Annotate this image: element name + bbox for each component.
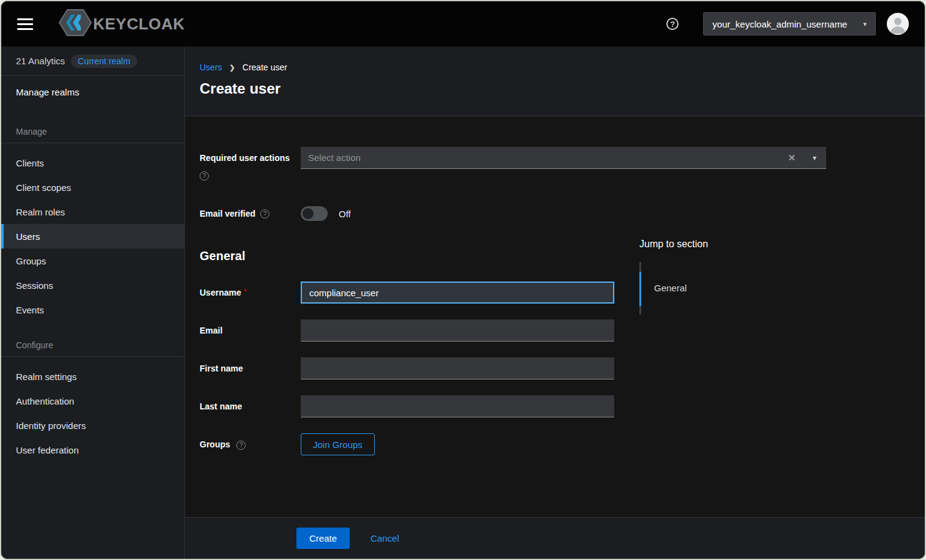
email-verified-label: Email verified [200, 209, 255, 218]
keycloak-admin-window: KEYCLOAK ? your_keycloak_admin_username … [0, 0, 926, 560]
last-name-label: Last name [200, 401, 242, 411]
chevron-down-icon: ▾ [863, 21, 867, 28]
email-label: Email [200, 326, 222, 335]
sidebar-item-groups[interactable]: Groups [1, 248, 184, 273]
breadcrumb: Users ❯ Create user [200, 62, 910, 72]
sidebar-group-configure: Configure [1, 340, 184, 357]
required-user-actions-row: Required user actions ? Select action ✕ … [200, 147, 910, 181]
page-header: Users ❯ Create user Create user [185, 47, 925, 116]
brand-text: KEYCLOAK [93, 15, 185, 34]
form-action-bar: Create Cancel [185, 517, 925, 559]
required-user-actions-select[interactable]: Select action ✕ ▾ [301, 147, 826, 169]
jump-track [639, 262, 641, 315]
sidebar-group-manage: Manage [1, 127, 184, 143]
realm-selector[interactable]: 21 Analytics Current realm [1, 47, 184, 76]
required-user-actions-label: Required user actions [200, 153, 290, 163]
sidebar-manage-list: Clients Client scopes Realm roles Users … [1, 143, 184, 322]
avatar[interactable] [887, 13, 909, 35]
general-section-heading: General [200, 249, 910, 263]
sidebar-item-events[interactable]: Events [1, 297, 184, 322]
jump-to-section-panel: Jump to section General [639, 239, 786, 299]
sidebar-item-manage-realms[interactable]: Manage realms [1, 76, 184, 108]
first-name-input[interactable] [301, 357, 614, 379]
email-verified-toggle[interactable] [301, 206, 328, 221]
email-row: Email [200, 319, 910, 342]
page-title: Create user [200, 80, 910, 97]
sidebar-item-users[interactable]: Users [1, 224, 184, 248]
help-icon[interactable]: ? [666, 18, 679, 30]
username-label: Username [200, 288, 241, 297]
last-name-input[interactable] [301, 395, 614, 417]
username-row: Username* [200, 282, 910, 304]
person-icon [887, 13, 909, 35]
hamburger-menu-icon[interactable] [17, 18, 33, 30]
user-menu-username: your_keycloak_admin_username [712, 19, 847, 29]
sidebar-item-clients[interactable]: Clients [1, 151, 184, 175]
sidebar-item-realm-settings[interactable]: Realm settings [1, 364, 184, 389]
help-icon[interactable]: ? [260, 209, 269, 218]
jump-link-general[interactable]: General [639, 262, 786, 299]
sidebar-item-realm-roles[interactable]: Realm roles [1, 200, 184, 224]
sidebar: 21 Analytics Current realm Manage realms… [1, 47, 185, 559]
first-name-row: First name [200, 357, 910, 379]
help-icon[interactable]: ? [200, 171, 209, 181]
last-name-row: Last name [200, 395, 910, 417]
sidebar-item-user-federation[interactable]: User federation [1, 438, 184, 462]
clear-icon[interactable]: ✕ [779, 152, 804, 163]
sidebar-item-client-scopes[interactable]: Client scopes [1, 175, 184, 200]
username-input[interactable] [301, 282, 614, 304]
keycloak-logo-icon [59, 9, 92, 39]
required-indicator: * [244, 287, 247, 296]
email-verified-row: Email verified ? Off [200, 206, 910, 221]
select-placeholder: Select action [308, 152, 779, 163]
first-name-label: First name [200, 364, 243, 373]
breadcrumb-current: Create user [243, 62, 287, 72]
chevron-down-icon[interactable]: ▾ [804, 154, 819, 162]
user-menu-dropdown[interactable]: your_keycloak_admin_username ▾ [703, 12, 876, 35]
groups-row: Groups ? Join Groups [200, 433, 910, 455]
help-icon[interactable]: ? [236, 441, 246, 450]
groups-label: Groups [200, 439, 230, 449]
jump-to-section-title: Jump to section [639, 239, 786, 250]
breadcrumb-link-users[interactable]: Users [200, 62, 222, 72]
email-verified-state: Off [339, 209, 351, 219]
keycloak-logo[interactable]: KEYCLOAK [59, 9, 185, 39]
current-realm-badge: Current realm [71, 54, 137, 68]
sidebar-item-identity-providers[interactable]: Identity providers [1, 413, 184, 438]
sidebar-item-sessions[interactable]: Sessions [1, 273, 184, 297]
toggle-knob [303, 208, 314, 219]
join-groups-button[interactable]: Join Groups [301, 433, 375, 455]
chevron-right-icon: ❯ [230, 64, 235, 72]
sidebar-item-authentication[interactable]: Authentication [1, 389, 184, 413]
create-user-form: Required user actions ? Select action ✕ … [185, 116, 925, 517]
topbar: KEYCLOAK ? your_keycloak_admin_username … [1, 1, 925, 47]
create-button[interactable]: Create [296, 528, 350, 549]
cancel-button[interactable]: Cancel [371, 533, 399, 543]
realm-name: 21 Analytics [16, 56, 65, 66]
sidebar-configure-list: Realm settings Authentication Identity p… [1, 357, 184, 462]
main-area: Users ❯ Create user Create user Required… [185, 47, 925, 559]
email-input[interactable] [301, 319, 614, 342]
